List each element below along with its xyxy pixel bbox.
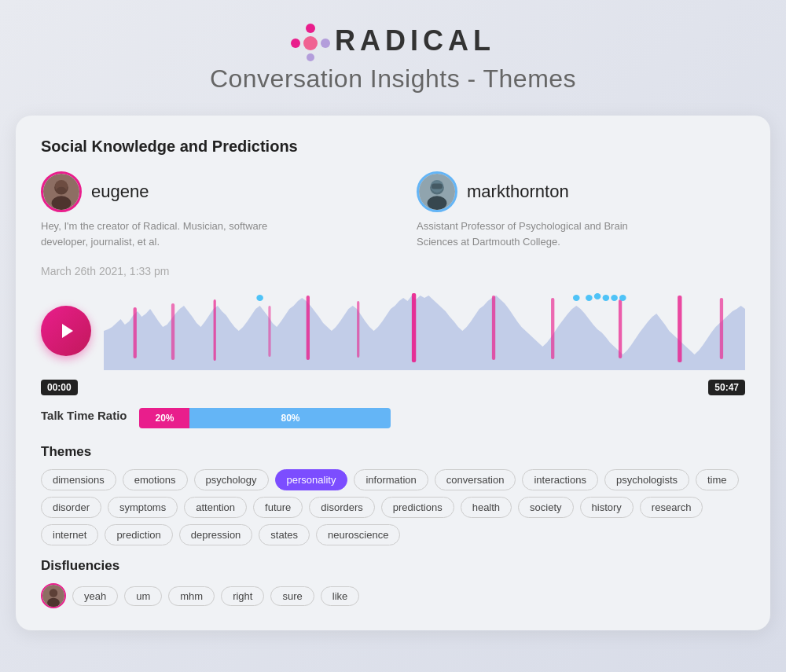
svg-rect-11 bbox=[134, 307, 137, 358]
time-row: 00:00 50:47 bbox=[41, 380, 745, 395]
logo-area: RADICAL bbox=[291, 24, 495, 58]
disfluency-tag-yeah[interactable]: yeah bbox=[72, 586, 118, 606]
avatar-eugene bbox=[41, 171, 82, 212]
svg-point-31 bbox=[50, 589, 58, 597]
svg-rect-22 bbox=[720, 298, 723, 359]
time-start: 00:00 bbox=[41, 380, 78, 395]
theme-tag-dimensions[interactable]: dimensions bbox=[41, 469, 116, 490]
svg-rect-9 bbox=[432, 183, 443, 189]
card-title: Social Knowledge and Predictions bbox=[41, 138, 745, 156]
svg-point-7 bbox=[428, 196, 447, 210]
svg-rect-18 bbox=[492, 296, 495, 360]
disfluencies-title: Disfluencies bbox=[41, 558, 745, 574]
svg-point-29 bbox=[619, 295, 626, 301]
theme-tag-health[interactable]: health bbox=[461, 497, 512, 518]
disfluencies-row: yeahummhmrightsurelike bbox=[41, 583, 745, 608]
talk-time-blue: 80% bbox=[189, 408, 391, 428]
disfluency-tag-um[interactable]: um bbox=[124, 586, 162, 606]
svg-point-23 bbox=[256, 295, 263, 301]
themes-section: Themes dimensionsemotionspsychologyperso… bbox=[41, 444, 745, 545]
theme-tag-disorders[interactable]: disorders bbox=[309, 497, 374, 518]
svg-rect-15 bbox=[307, 296, 310, 360]
svg-rect-19 bbox=[551, 298, 554, 359]
player-section bbox=[41, 292, 745, 370]
disfluency-tag-like[interactable]: like bbox=[321, 586, 360, 606]
svg-rect-20 bbox=[619, 299, 622, 358]
svg-point-27 bbox=[603, 295, 610, 301]
speaker-eugene: eugene Hey, I'm the creator of Radical. … bbox=[41, 171, 369, 249]
speaker-bio-eugene: Hey, I'm the creator of Radical. Musicia… bbox=[41, 218, 292, 249]
speaker-name-markthornton: markthornton bbox=[467, 182, 569, 202]
theme-tag-personality[interactable]: personality bbox=[275, 469, 348, 490]
timestamp: March 26th 2021, 1:33 pm bbox=[41, 265, 745, 277]
speaker-bio-markthornton: Assistant Professor of Psychological and… bbox=[417, 218, 668, 249]
themes-title: Themes bbox=[41, 444, 745, 460]
disfluency-tag-sure[interactable]: sure bbox=[270, 586, 314, 606]
svg-point-25 bbox=[586, 295, 593, 301]
disfluency-avatar bbox=[41, 583, 66, 608]
theme-tag-attention[interactable]: attention bbox=[184, 497, 247, 518]
logo-icon bbox=[291, 24, 325, 58]
theme-tag-symptoms[interactable]: symptoms bbox=[108, 497, 178, 518]
talk-time-section: Talk Time Ratio 20% 80% bbox=[41, 408, 745, 428]
svg-rect-16 bbox=[357, 301, 359, 358]
theme-tag-interactions[interactable]: interactions bbox=[522, 469, 597, 490]
theme-tag-information[interactable]: information bbox=[354, 469, 428, 490]
theme-tag-time[interactable]: time bbox=[696, 469, 739, 490]
themes-tags: dimensionsemotionspsychologypersonalityi… bbox=[41, 469, 745, 545]
speakers-row: eugene Hey, I'm the creator of Radical. … bbox=[41, 171, 745, 249]
insights-card: Social Knowledge and Predictions eugene bbox=[16, 116, 770, 630]
theme-tag-disorder[interactable]: disorder bbox=[41, 497, 101, 518]
theme-tag-research[interactable]: research bbox=[640, 497, 703, 518]
theme-tag-prediction[interactable]: prediction bbox=[105, 524, 172, 545]
theme-tag-history[interactable]: history bbox=[580, 497, 634, 518]
svg-point-2 bbox=[52, 196, 72, 210]
waveform[interactable] bbox=[104, 292, 745, 370]
theme-tag-emotions[interactable]: emotions bbox=[123, 469, 188, 490]
svg-rect-13 bbox=[214, 299, 216, 361]
theme-tag-society[interactable]: society bbox=[518, 497, 573, 518]
play-button[interactable] bbox=[41, 306, 91, 356]
talk-time-label: Talk Time Ratio bbox=[41, 409, 127, 422]
theme-tag-neuroscience[interactable]: neuroscience bbox=[316, 524, 400, 545]
svg-rect-17 bbox=[412, 293, 416, 362]
svg-marker-10 bbox=[62, 324, 73, 338]
svg-rect-12 bbox=[171, 303, 174, 360]
speaker-header-eugene: eugene bbox=[41, 171, 369, 212]
avatar-markthornton bbox=[417, 171, 457, 212]
speaker-name-eugene: eugene bbox=[91, 182, 149, 202]
svg-point-24 bbox=[573, 295, 580, 301]
theme-tag-psychologists[interactable]: psychologists bbox=[604, 469, 689, 490]
theme-tag-states[interactable]: states bbox=[259, 524, 310, 545]
theme-tag-conversation[interactable]: conversation bbox=[435, 469, 516, 490]
svg-point-28 bbox=[611, 295, 618, 301]
theme-tag-psychology[interactable]: psychology bbox=[194, 469, 269, 490]
disfluency-tag-mhm[interactable]: mhm bbox=[168, 586, 215, 606]
time-end: 50:47 bbox=[708, 380, 745, 395]
svg-rect-14 bbox=[268, 306, 270, 357]
theme-tag-future[interactable]: future bbox=[253, 497, 303, 518]
talk-time-pink: 20% bbox=[139, 408, 189, 428]
svg-rect-21 bbox=[678, 296, 681, 362]
logo-text: RADICAL bbox=[335, 24, 495, 57]
svg-point-26 bbox=[594, 293, 601, 299]
page-title: Conversation Insights - Themes bbox=[210, 64, 576, 94]
theme-tag-predictions[interactable]: predictions bbox=[381, 497, 454, 518]
talk-time-bar: 20% 80% bbox=[139, 408, 391, 428]
disfluencies-section: Disfluencies yeahummhmrightsurelike bbox=[41, 558, 745, 608]
theme-tag-depression[interactable]: depression bbox=[179, 524, 253, 545]
disfluency-tags-container: yeahummhmrightsurelike bbox=[72, 586, 359, 606]
svg-point-4 bbox=[57, 187, 66, 194]
theme-tag-internet[interactable]: internet bbox=[41, 524, 98, 545]
disfluency-tag-right[interactable]: right bbox=[221, 586, 264, 606]
speaker-header-markthornton: markthornton bbox=[417, 171, 745, 212]
speaker-markthornton: markthornton Assistant Professor of Psyc… bbox=[417, 171, 745, 249]
